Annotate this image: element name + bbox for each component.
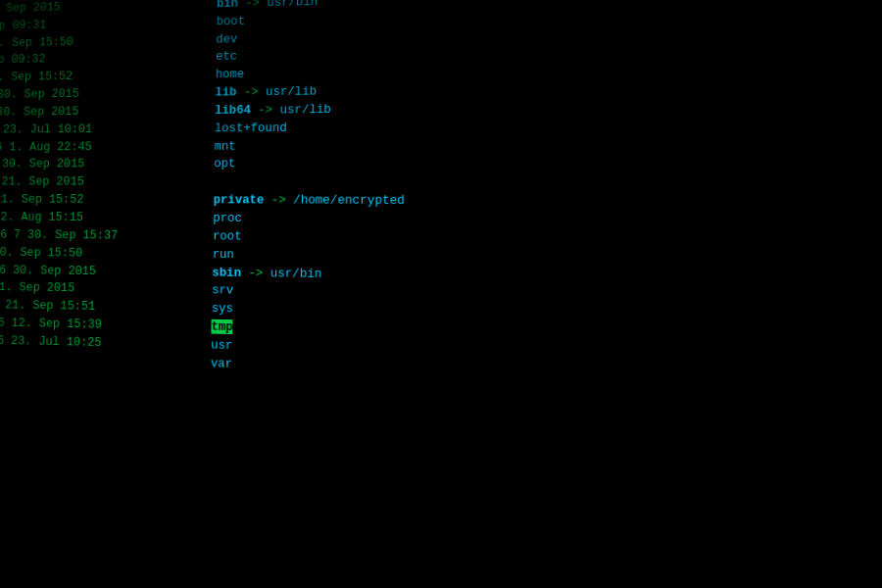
line-metadata: 7 30. Sep 2015 [0, 102, 215, 122]
line-filename: tmp [211, 318, 232, 337]
line-filename: dev [216, 30, 237, 48]
line-filename: usr [211, 336, 233, 355]
terminal-line: 096 1. Aug 22:45mnt [0, 134, 882, 156]
line-filename: sbin -> usr/bin [212, 264, 321, 283]
line-filename: run [213, 246, 234, 265]
line-filename: private -> /home/encrypted [214, 192, 406, 211]
line-metadata: 7 12. Aug 15:15 [0, 209, 214, 227]
line-filename: srv [212, 282, 233, 301]
line-filename: mnt [214, 138, 235, 156]
line-filename: var [211, 355, 233, 373]
line-filename: root [213, 227, 242, 246]
line-filename: lib64 -> usr/lib [215, 101, 331, 120]
line-filename: proc [213, 210, 242, 228]
line-metadata [0, 361, 211, 367]
line-filename: boot [217, 13, 246, 31]
terminal-line: 16 21. Sep 2015 [0, 173, 882, 193]
line-filename: sys [212, 300, 233, 318]
line-filename: etc [216, 48, 237, 66]
line-filename: bin -> usr/bin [217, 0, 318, 13]
line-filename: lib -> usr/lib [215, 83, 317, 102]
terminal-line: 96 30. Sep 2015opt [0, 154, 882, 173]
line-metadata: 84 23. Jul 10:01 [0, 120, 215, 138]
line-metadata: 96 30. Sep 2015 [0, 156, 214, 173]
terminal-screen: 15:532. Sep 2015bin -> usr/bin Sep 09:31… [0, 0, 882, 588]
line-filename: home [216, 66, 245, 84]
terminal-content: 15:532. Sep 2015bin -> usr/bin Sep 09:31… [0, 0, 882, 391]
line-metadata: 7 30. Sep 15:50 [0, 244, 213, 265]
line-metadata: 7 30. Sep 2015 [0, 84, 216, 104]
line-metadata: 4096 7 30. Sep 15:37 [0, 226, 213, 246]
line-metadata: 16 21. Sep 2015 [0, 173, 214, 191]
line-filename: opt [214, 156, 235, 173]
line-metadata: 0 21. Sep 15:52 [0, 191, 214, 210]
line-filename: lost+found [215, 120, 287, 138]
line-metadata: 096 1. Aug 22:45 [0, 138, 215, 157]
